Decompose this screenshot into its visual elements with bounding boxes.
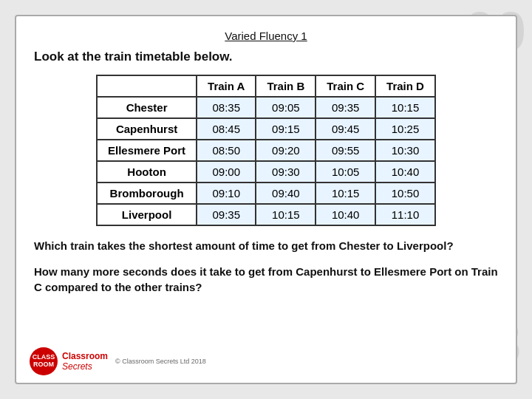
logo-icon: CLASSROOM — [30, 347, 58, 375]
time-cell: 10:15 — [316, 183, 375, 204]
time-cell: 08:45 — [197, 118, 256, 140]
time-cell: 10:40 — [316, 204, 375, 225]
col-header-train-d: Train D — [375, 75, 435, 97]
question-2: How many more seconds does it take to ge… — [34, 264, 498, 295]
table-row: Hooton09:0009:3010:0510:40 — [97, 161, 435, 183]
main-card: Varied Fluency 1 Look at the train timet… — [15, 15, 517, 384]
station-cell: Capenhurst — [97, 118, 197, 140]
time-cell: 10:15 — [256, 204, 316, 225]
col-header-train-c: Train C — [316, 75, 375, 97]
station-cell: Liverpool — [97, 204, 197, 225]
time-cell: 10:30 — [375, 140, 435, 161]
table-row: Ellesmere Port08:5009:2009:5510:30 — [97, 140, 435, 161]
station-cell: Bromborough — [97, 183, 197, 204]
time-cell: 10:25 — [375, 118, 435, 140]
time-cell: 09:45 — [316, 118, 375, 140]
col-header-train-b: Train B — [256, 75, 316, 97]
footer: CLASSROOM Classroom Secrets © Classroom … — [30, 347, 206, 375]
time-cell: 09:00 — [197, 161, 256, 183]
station-cell: Ellesmere Port — [97, 140, 197, 161]
table-row: Liverpool09:3510:1510:4011:10 — [97, 204, 435, 225]
time-cell: 09:40 — [256, 183, 316, 204]
time-cell: 09:55 — [316, 140, 375, 161]
table-row: Capenhurst08:4509:1509:4510:25 — [97, 118, 435, 140]
time-cell: 10:05 — [316, 161, 375, 183]
time-cell: 10:50 — [375, 183, 435, 204]
time-cell: 09:10 — [197, 183, 256, 204]
time-cell: 10:15 — [375, 97, 435, 118]
table-row: Chester08:3509:0509:3510:15 — [97, 97, 435, 118]
station-cell: Hooton — [97, 161, 197, 183]
logo-text-block: Classroom Secrets — [62, 351, 108, 372]
copyright: © Classroom Secrets Ltd 2018 — [115, 358, 206, 365]
time-cell: 08:50 — [197, 140, 256, 161]
question-1: Which train takes the shortest amount of… — [34, 238, 498, 253]
time-cell: 09:35 — [316, 97, 375, 118]
time-cell: 08:35 — [197, 97, 256, 118]
logo-text: Classroom — [62, 351, 108, 361]
col-header-station — [97, 75, 197, 97]
table-row: Bromborough09:1009:4010:1510:50 — [97, 183, 435, 204]
logo-secrets: Secrets — [62, 361, 108, 372]
time-cell: 09:15 — [256, 118, 316, 140]
subtitle: Look at the train timetable below. — [34, 50, 498, 64]
time-cell: 09:20 — [256, 140, 316, 161]
time-cell: 10:40 — [375, 161, 435, 183]
time-cell: 09:30 — [256, 161, 316, 183]
timetable-wrapper: Train A Train B Train C Train D Chester0… — [34, 75, 498, 226]
page-title: Varied Fluency 1 — [34, 30, 498, 42]
timetable: Train A Train B Train C Train D Chester0… — [96, 75, 436, 226]
time-cell: 11:10 — [375, 204, 435, 225]
station-cell: Chester — [97, 97, 197, 118]
col-header-train-a: Train A — [197, 75, 256, 97]
time-cell: 09:05 — [256, 97, 316, 118]
time-cell: 09:35 — [197, 204, 256, 225]
